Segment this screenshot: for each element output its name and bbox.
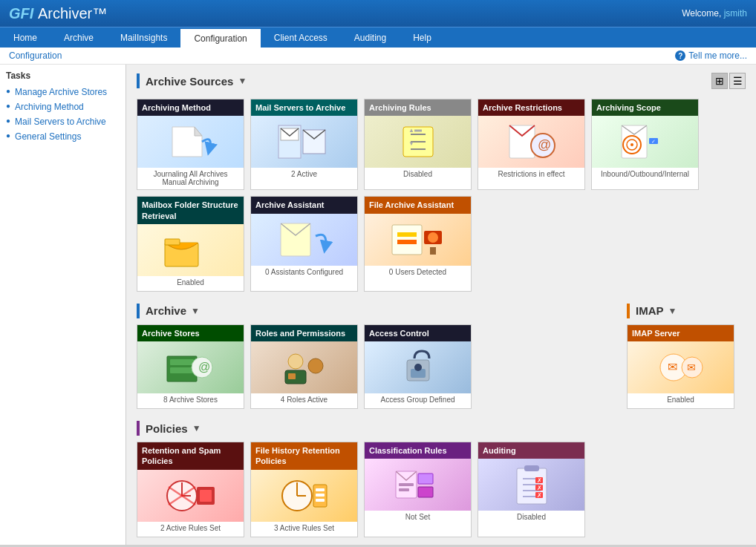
breadcrumb-link[interactable]: Configuration <box>9 50 62 61</box>
nav-mailinsights[interactable]: MailInsights <box>107 27 180 48</box>
svg-text:✗: ✗ <box>537 485 542 491</box>
card-title-archiving-scope: Archiving Scope <box>592 99 698 116</box>
logo-archiver: Archiver™ <box>38 5 107 22</box>
card-imap-server[interactable]: IMAP Server ✉ ✉ Enabled <box>627 324 734 409</box>
archiving-method-illustration <box>161 119 221 164</box>
archiving-scope-illustration: ✓ <box>616 119 675 164</box>
policies-title: Policies <box>146 422 188 435</box>
card-mailbox-folder[interactable]: Mailbox Folder Structure Retrieval Enabl… <box>137 196 244 292</box>
card-img-roles-permissions <box>251 341 357 393</box>
card-img-archive-restrictions: @ <box>478 116 584 168</box>
welcome-text: Welcome, jsmith <box>682 8 747 19</box>
card-img-archive-assistant <box>251 214 357 266</box>
svg-text:✗: ✗ <box>537 492 542 499</box>
imap-dropdown-arrow[interactable]: ▼ <box>668 306 677 316</box>
nav-client-access[interactable]: Client Access <box>261 27 341 48</box>
content-inner: Archive Sources ▼ ⊞ ☰ Archiving Method <box>126 65 756 545</box>
card-auditing[interactable]: Auditing ✗ ✗ <box>478 442 585 537</box>
card-archiving-method[interactable]: Archiving Method Journaling All Archives… <box>137 99 244 190</box>
card-title-archive-stores: Archive Stores <box>137 325 244 341</box>
list-view-button[interactable]: ☰ <box>729 73 746 89</box>
sidebar-item-manage-archive-stores[interactable]: ● Manage Archive Stores <box>6 87 120 97</box>
svg-point-17 <box>630 143 633 146</box>
sidebar-item-archiving-method[interactable]: ● Archiving Method <box>6 102 120 112</box>
card-archive-restrictions[interactable]: Archive Restrictions @ Restrictions in e… <box>478 99 585 190</box>
archive-section-header: Archive ▼ <box>137 304 612 318</box>
policies-section-header: Policies ▼ <box>137 421 746 436</box>
nav-archive[interactable]: Archive <box>50 27 107 48</box>
view-toggle: ⊞ ☰ <box>711 73 746 89</box>
card-archiving-rules[interactable]: Archiving Rules ▲ ▼ Disabled <box>364 99 472 190</box>
archive-cards: Archive Stores @ 8 Archive S <box>137 324 612 409</box>
sidebar-item-general-settings[interactable]: ● General Settings <box>6 131 120 142</box>
svg-point-27 <box>428 232 438 243</box>
logo: GFI Archiver™ <box>9 5 107 22</box>
card-img-auditing: ✗ ✗ ✗ <box>478 459 584 511</box>
card-title-imap-server: IMAP Server <box>628 325 734 341</box>
card-mail-servers[interactable]: Mail Servers to Archive 2 Active <box>250 99 358 190</box>
svg-rect-22 <box>281 223 310 256</box>
svg-point-40 <box>414 364 422 371</box>
archive-sources-dropdown-arrow[interactable]: ▼ <box>238 76 247 86</box>
svg-point-36 <box>308 358 323 373</box>
card-title-mailbox-folder: Mailbox Folder Structure Retrieval <box>137 197 244 224</box>
card-archive-assistant[interactable]: Archive Assistant 0 Assistants Configure… <box>250 196 358 292</box>
card-file-archive-assistant[interactable]: File Archive Assistant 0 Users Detected <box>364 196 472 292</box>
card-img-archiving-method <box>137 116 244 168</box>
card-archiving-scope[interactable]: Archiving Scope ✓ Inbound/Outbound/Int <box>591 99 699 190</box>
archive-assistant-illustration <box>275 217 334 262</box>
section-bar-imap <box>627 304 630 318</box>
imap-section-header: IMAP ▼ <box>627 304 746 318</box>
archive-sources-header-row: Archive Sources ▼ ⊞ ☰ <box>137 72 746 94</box>
svg-rect-61 <box>399 488 409 491</box>
grid-view-button[interactable]: ⊞ <box>711 73 728 89</box>
card-caption-auditing: Disabled <box>478 511 584 525</box>
svg-rect-55 <box>316 494 325 497</box>
card-archive-stores[interactable]: Archive Stores @ 8 Archive S <box>137 324 244 409</box>
card-title-retention-spam: Retention and Spam Policies <box>137 442 244 470</box>
svg-rect-54 <box>316 488 325 491</box>
section-bar-policies <box>137 421 140 436</box>
svg-point-34 <box>288 354 303 369</box>
archive-sources-cards: Archiving Method Journaling All Archives… <box>137 99 746 292</box>
section-bar-blue <box>137 73 140 88</box>
svg-rect-59 <box>418 487 433 497</box>
card-classification-rules[interactable]: Classification Rules Not Set <box>364 442 472 537</box>
card-file-history-retention[interactable]: File History Retention Policies 3 Act <box>250 442 358 537</box>
sidebar-item-mail-servers[interactable]: ● Mail Servers to Archive <box>6 117 120 127</box>
card-roles-permissions[interactable]: Roles and Permissions 4 Roles Active <box>250 324 358 409</box>
mailbox-folder-illustration <box>161 228 221 272</box>
card-title-file-history: File History Retention Policies <box>251 442 357 470</box>
card-caption-archive-restrictions: Restrictions in effect <box>478 168 584 183</box>
svg-rect-63 <box>524 465 539 471</box>
svg-rect-4 <box>303 130 325 154</box>
nav-help[interactable]: Help <box>400 27 445 48</box>
policies-dropdown-arrow[interactable]: ▼ <box>192 423 201 433</box>
file-archive-assistant-illustration <box>388 217 448 262</box>
nav-configuration[interactable]: Configuration <box>180 27 260 48</box>
nav-auditing[interactable]: Auditing <box>341 27 400 48</box>
card-caption-archive-assistant: 0 Assistants Configured <box>251 266 357 281</box>
card-caption-archiving-rules: Disabled <box>365 168 471 183</box>
card-title-mail-servers: Mail Servers to Archive <box>251 99 357 116</box>
svg-text:@: @ <box>198 361 210 373</box>
tell-more[interactable]: ? Tell me more... <box>675 50 747 61</box>
card-img-mailbox-folder <box>137 224 244 276</box>
archive-restrictions-illustration: @ <box>502 119 561 164</box>
svg-rect-31 <box>170 367 194 373</box>
card-caption-mail-servers: 2 Active <box>251 168 357 183</box>
card-title-archiving-method: Archiving Method <box>137 99 244 116</box>
card-img-file-history <box>251 470 357 522</box>
nav-home[interactable]: Home <box>0 27 50 48</box>
card-retention-spam[interactable]: Retention and Spam Policies 2 Active <box>137 442 244 537</box>
card-caption-archive-stores: 8 Archive Stores <box>137 393 244 408</box>
username-link[interactable]: jsmith <box>724 8 747 19</box>
svg-rect-25 <box>397 240 417 244</box>
mail-servers-illustration <box>275 119 334 164</box>
breadcrumb: Configuration ? Tell me more... <box>0 48 756 65</box>
card-img-retention-spam <box>137 470 244 522</box>
archive-dropdown-arrow[interactable]: ▼ <box>191 306 200 316</box>
header: GFI Archiver™ Welcome, jsmith <box>0 0 756 27</box>
svg-text:▼: ▼ <box>408 140 414 147</box>
card-access-control[interactable]: Access Control Access Group Defined <box>364 324 472 409</box>
